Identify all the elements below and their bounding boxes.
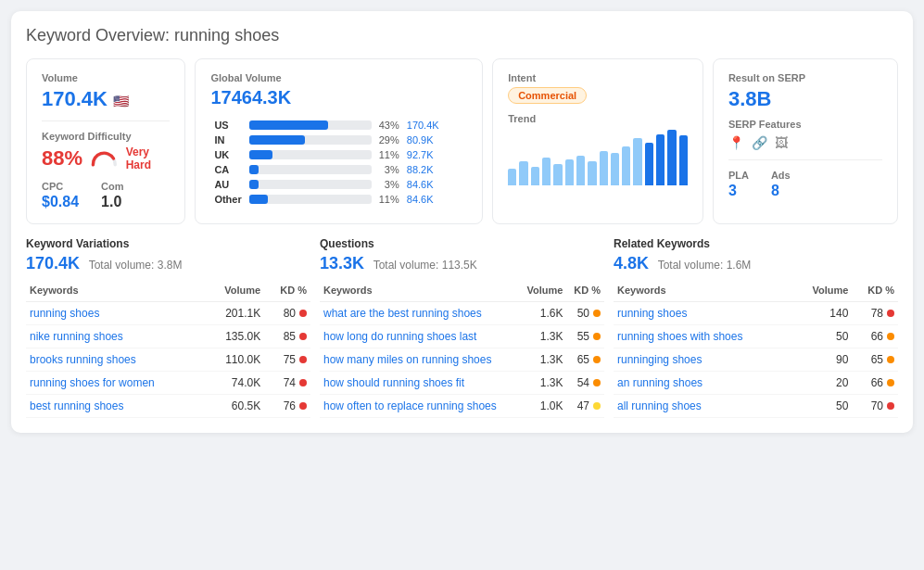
rel-col-volume: Volume (793, 281, 852, 302)
bar-row: CA 3% 88.2K (210, 162, 467, 177)
kd-value: 88% (42, 146, 82, 171)
volume-card: Volume 170.4K 🇺🇸 Keyword Difficulty 88% … (26, 58, 185, 224)
cpc-block: CPC $0.84 (42, 181, 79, 210)
global-volume-card: Global Volume 17464.3K US 43% 170.4K IN … (195, 58, 483, 224)
kw-cell[interactable]: best running shoes (26, 395, 206, 418)
kd-cell: 70 (852, 395, 898, 418)
cpc-label: CPC (42, 181, 79, 192)
trend-bar-item (600, 151, 608, 185)
bar-row: UK 11% 92.7K (210, 147, 467, 162)
bar-pct: 3% (375, 162, 403, 177)
bar-val[interactable]: 170.4K (403, 118, 467, 133)
questions-vol: Total volume: 113.5K (373, 259, 477, 272)
kd-cell: 85 (264, 325, 310, 348)
bar-row: US 43% 170.4K (210, 118, 467, 133)
bar-pct: 3% (375, 177, 403, 192)
kw-cell[interactable]: an running shoes (614, 372, 793, 395)
bar-val[interactable]: 84.6K (403, 192, 467, 207)
bar-country: US (210, 118, 245, 133)
kw-cell[interactable]: running shoes with shoes (614, 325, 793, 348)
page-title: Keyword Overview: running shoes (26, 26, 898, 45)
kw-cell[interactable]: how many miles on running shoes (320, 348, 519, 372)
volume-cell: 1.3K (519, 372, 567, 395)
kw-cell[interactable]: what are the best running shoes (320, 302, 519, 325)
bar-val[interactable]: 84.6K (403, 177, 467, 192)
kd-cell: 65 (566, 348, 604, 372)
kw-var-col-keywords: Keywords (26, 281, 206, 302)
related-kw-vol: Total volume: 1.6M (658, 259, 752, 272)
trend-bar-item (679, 135, 688, 185)
kd-cell: 75 (264, 348, 310, 372)
kw-variations-section: Keyword Variations 170.4K Total volume: … (26, 237, 310, 418)
link-icon: 🔗 (752, 135, 767, 150)
kw-cell[interactable]: running shoes (614, 302, 793, 325)
trend-bar-item (633, 138, 641, 185)
intent-label: Intent (508, 72, 688, 83)
bar-val[interactable]: 88.2K (403, 162, 467, 177)
serp-result-value: 3.8B (728, 87, 882, 111)
bar-val[interactable]: 92.7K (403, 147, 467, 162)
table-row: how should running shoes fit 1.3K 54 (320, 372, 604, 395)
volume-cell: 140 (793, 302, 852, 325)
table-row: what are the best running shoes 1.6K 50 (320, 302, 604, 325)
trend-bar-item (667, 130, 676, 185)
kd-cell: 65 (852, 348, 898, 372)
volume-cell: 1.3K (519, 325, 567, 348)
bar-row: IN 29% 80.9K (210, 133, 467, 147)
trend-bar-item (576, 156, 585, 185)
trend-label: Trend (508, 113, 688, 124)
kw-cell[interactable]: how long do running shoes last (320, 325, 519, 348)
pla-block: PLA 3 (728, 170, 749, 199)
serp-icons-row: 📍 🔗 🖼 (728, 135, 882, 150)
kw-cell[interactable]: running shoes (26, 302, 206, 325)
volume-value: 170.4K 🇺🇸 (42, 87, 170, 111)
kw-cell[interactable]: how often to replace running shoes (320, 395, 519, 418)
kd-cell: 80 (264, 302, 310, 325)
kw-cell[interactable]: how should running shoes fit (320, 372, 519, 395)
trend-bar-item (531, 167, 539, 185)
location-icon: 📍 (728, 135, 744, 150)
trend-bar-item (611, 153, 619, 185)
table-row: all running shoes 50 70 (614, 395, 898, 418)
table-row: running shoes with shoes 50 66 (614, 325, 898, 348)
kw-cell[interactable]: brooks running shoes (26, 348, 206, 372)
bar-pct: 29% (375, 133, 403, 147)
bar-country: CA (210, 162, 245, 177)
kw-cell[interactable]: running shoes for women (26, 372, 206, 395)
kw-cell[interactable]: all running shoes (614, 395, 793, 418)
related-kw-table: Keywords Volume KD % running shoes 140 7… (614, 281, 898, 418)
volume-cell: 201.1K (206, 302, 265, 325)
rel-col-keywords: Keywords (614, 281, 793, 302)
cpc-com-row: CPC $0.84 Com 1.0 (42, 181, 170, 210)
bar-row: Other 11% 84.6K (210, 192, 467, 207)
kd-text: Very Hard (126, 146, 171, 171)
bar-pct: 43% (375, 118, 403, 133)
volume-cell: 50 (793, 395, 852, 418)
ads-value: 8 (771, 183, 791, 199)
kd-cell: 78 (852, 302, 898, 325)
kw-var-col-kd: KD % (264, 281, 310, 302)
related-kw-section: Related Keywords 4.8K Total volume: 1.6M… (614, 237, 898, 418)
com-label: Com (101, 181, 123, 192)
table-row: running shoes 201.1K 80 (26, 302, 310, 325)
kw-cell[interactable]: nike running shoes (26, 325, 206, 348)
questions-title: Questions (320, 237, 604, 250)
serp-result-label: Result on SERP (728, 72, 882, 83)
trend-chart (508, 130, 688, 185)
trend-bar-item (622, 146, 630, 185)
table-row: how many miles on running shoes 1.3K 65 (320, 348, 604, 372)
kd-cell: 55 (566, 325, 604, 348)
related-kw-title: Related Keywords (614, 237, 898, 250)
bar-val[interactable]: 80.9K (403, 133, 467, 147)
metrics-row: Volume 170.4K 🇺🇸 Keyword Difficulty 88% … (26, 58, 898, 224)
table-row: brooks running shoes 110.0K 75 (26, 348, 310, 372)
kd-cell: 47 (566, 395, 604, 418)
bar-cell (246, 177, 375, 192)
kw-cell[interactable]: runninging shoes (614, 348, 793, 372)
serp-card: Result on SERP 3.8B SERP Features 📍 🔗 🖼 … (713, 58, 898, 224)
bar-cell (246, 133, 375, 147)
volume-cell: 20 (793, 372, 852, 395)
bar-cell (246, 118, 375, 133)
bar-row: AU 3% 84.6K (210, 177, 467, 192)
table-row: best running shoes 60.5K 76 (26, 395, 310, 418)
